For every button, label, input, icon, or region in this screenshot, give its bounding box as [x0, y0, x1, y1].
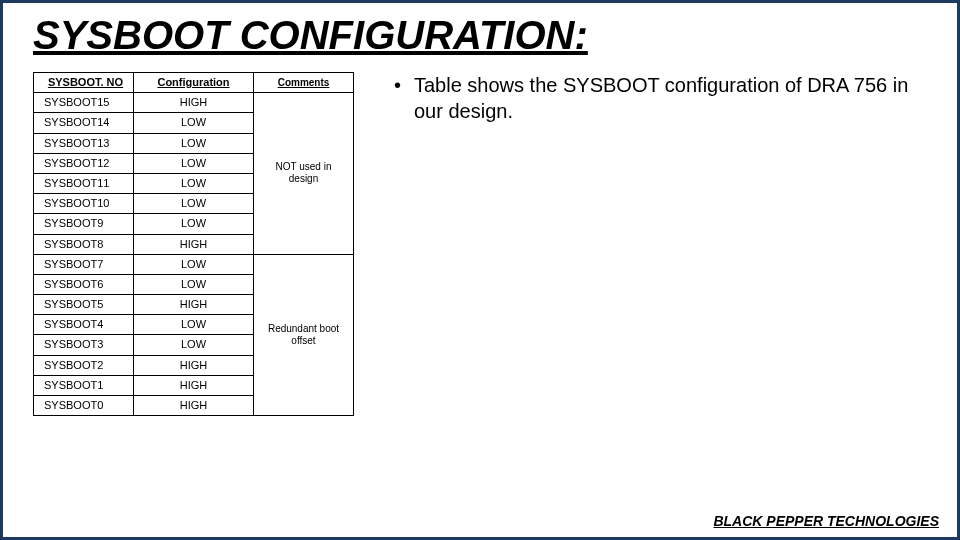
cell-sysboot-no: SYSBOOT0: [34, 396, 134, 416]
cell-sysboot-no: SYSBOOT13: [34, 133, 134, 153]
cell-sysboot-no: SYSBOOT4: [34, 315, 134, 335]
cell-configuration: LOW: [134, 133, 254, 153]
cell-configuration: LOW: [134, 214, 254, 234]
cell-sysboot-no: SYSBOOT15: [34, 93, 134, 113]
cell-configuration: HIGH: [134, 93, 254, 113]
cell-configuration: LOW: [134, 335, 254, 355]
col-header-comments: Comments: [254, 73, 354, 93]
cell-configuration: HIGH: [134, 375, 254, 395]
cell-configuration: HIGH: [134, 396, 254, 416]
bullet-item: Table shows the SYSBOOT configuration of…: [394, 72, 927, 124]
col-header-config: Configuration: [134, 73, 254, 93]
table-row: SYSBOOT7LOWRedundant boot offset: [34, 254, 354, 274]
slide-frame: SYSBOOT CONFIGURATION: SYSBOOT. NO Confi…: [0, 0, 960, 540]
col-header-sysboot: SYSBOOT. NO: [34, 73, 134, 93]
cell-comment: NOT used in design: [254, 93, 354, 255]
cell-configuration: LOW: [134, 173, 254, 193]
content-row: SYSBOOT. NO Configuration Comments SYSBO…: [33, 72, 927, 416]
cell-sysboot-no: SYSBOOT1: [34, 375, 134, 395]
cell-sysboot-no: SYSBOOT14: [34, 113, 134, 133]
cell-sysboot-no: SYSBOOT8: [34, 234, 134, 254]
cell-sysboot-no: SYSBOOT10: [34, 194, 134, 214]
table-row: SYSBOOT15HIGHNOT used in design: [34, 93, 354, 113]
cell-sysboot-no: SYSBOOT6: [34, 274, 134, 294]
cell-configuration: HIGH: [134, 355, 254, 375]
description-area: Table shows the SYSBOOT configuration of…: [394, 72, 927, 124]
cell-sysboot-no: SYSBOOT7: [34, 254, 134, 274]
cell-sysboot-no: SYSBOOT2: [34, 355, 134, 375]
cell-configuration: LOW: [134, 113, 254, 133]
cell-sysboot-no: SYSBOOT12: [34, 153, 134, 173]
cell-sysboot-no: SYSBOOT9: [34, 214, 134, 234]
sysboot-table: SYSBOOT. NO Configuration Comments SYSBO…: [33, 72, 354, 416]
cell-sysboot-no: SYSBOOT5: [34, 295, 134, 315]
cell-configuration: LOW: [134, 254, 254, 274]
cell-configuration: LOW: [134, 315, 254, 335]
cell-sysboot-no: SYSBOOT3: [34, 335, 134, 355]
cell-sysboot-no: SYSBOOT11: [34, 173, 134, 193]
page-title: SYSBOOT CONFIGURATION:: [33, 13, 927, 58]
cell-configuration: HIGH: [134, 234, 254, 254]
cell-comment: Redundant boot offset: [254, 254, 354, 416]
cell-configuration: LOW: [134, 194, 254, 214]
footer-brand: BLACK PEPPER TECHNOLOGIES: [713, 513, 939, 529]
cell-configuration: LOW: [134, 153, 254, 173]
cell-configuration: HIGH: [134, 295, 254, 315]
table-header-row: SYSBOOT. NO Configuration Comments: [34, 73, 354, 93]
cell-configuration: LOW: [134, 274, 254, 294]
